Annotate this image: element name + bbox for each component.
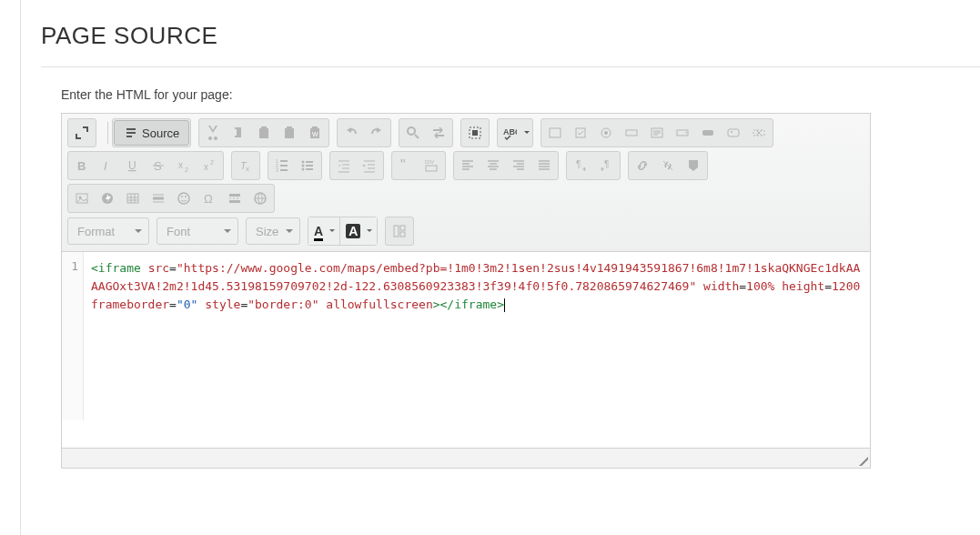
spellcheck-button[interactable]: ABC [499, 120, 531, 146]
bgcolor-button[interactable]: A [339, 217, 377, 245]
copy-button[interactable] [226, 120, 251, 146]
toolbar-group-find [399, 118, 453, 147]
toolbar-group-clipboard: W [198, 118, 329, 147]
svg-rect-46 [394, 226, 399, 237]
format-dropdown[interactable]: Format [67, 217, 149, 245]
radio-button[interactable] [593, 120, 619, 146]
flash-button[interactable] [95, 186, 120, 211]
pagebreak-button[interactable] [222, 186, 248, 211]
strike-button[interactable]: S [146, 153, 171, 178]
svg-text:x: x [246, 165, 249, 173]
outdent-button[interactable] [331, 153, 357, 178]
replace-button[interactable] [426, 120, 451, 146]
creatediv-button[interactable]: DIV [419, 153, 444, 178]
resize-handle-icon[interactable] [859, 457, 868, 466]
justifyblock-button[interactable] [531, 153, 557, 178]
textfield-button[interactable] [619, 120, 644, 146]
anchor-button[interactable] [681, 153, 706, 178]
textcolor-button[interactable]: A [308, 217, 339, 245]
bidirtl-button[interactable]: ¶ [593, 153, 619, 178]
specialchar-button[interactable]: Ω [197, 186, 222, 211]
left-divider [20, 0, 21, 496]
horizontalrule-button[interactable] [146, 186, 171, 211]
svg-rect-5 [550, 128, 561, 137]
toolbar-group-showblocks [385, 217, 414, 246]
toolbar-group-indent [329, 151, 384, 180]
page-title: PAGE SOURCE [41, 0, 980, 66]
link-button[interactable] [630, 153, 655, 178]
page-source-panel: Enter the HTML for your page: Source [41, 66, 980, 469]
numberedlist-button[interactable]: 123 [269, 153, 295, 178]
maximize-button[interactable] [69, 120, 95, 146]
table-button[interactable] [120, 186, 146, 211]
cut-button[interactable] [200, 120, 226, 146]
svg-rect-3 [472, 130, 478, 136]
svg-rect-34 [426, 166, 437, 171]
smiley-button[interactable] [171, 186, 197, 211]
redo-button[interactable] [364, 120, 389, 146]
find-button[interactable] [400, 120, 426, 146]
bulletedlist-button[interactable] [295, 153, 320, 178]
svg-point-43 [185, 196, 187, 197]
svg-text:DIV: DIV [425, 159, 434, 165]
svg-point-42 [181, 196, 183, 197]
svg-text:I: I [104, 159, 107, 173]
blockquote-button[interactable]: " [393, 153, 419, 178]
source-code-area[interactable]: 1 <iframe src="https://www.google.com/ma… [62, 252, 870, 420]
source-button[interactable]: Source [114, 120, 189, 146]
editor-blank-area [62, 420, 870, 448]
toolbar-group-basicstyles: B I U S x2 x2 [67, 151, 224, 180]
image-button[interactable] [69, 186, 95, 211]
iframe-button[interactable] [248, 186, 273, 211]
select-all-button[interactable] [462, 120, 488, 146]
svg-text:B: B [77, 159, 86, 173]
field-label: Enter the HTML for your page: [61, 87, 980, 102]
justifycenter-button[interactable] [480, 153, 506, 178]
svg-point-14 [731, 131, 732, 133]
toolbar-row-2: B I U S x2 x2 Tx 123 [67, 151, 864, 180]
indent-button[interactable] [357, 153, 382, 178]
removeformat-button[interactable]: Tx [233, 153, 258, 178]
text-cursor [504, 298, 505, 312]
font-dropdown[interactable]: Font [157, 217, 238, 245]
paste-text-button[interactable] [277, 120, 302, 146]
undo-button[interactable] [338, 120, 364, 146]
hiddenfield-button[interactable] [746, 120, 772, 146]
toolbar-row-3: Ω [67, 184, 864, 213]
toolbar-group-forms [541, 118, 773, 147]
underline-button[interactable]: U [120, 153, 146, 178]
justifyleft-button[interactable] [455, 153, 480, 178]
toolbar-group-blocks: " DIV [391, 151, 446, 180]
svg-text:x: x [178, 160, 183, 170]
justifyright-button[interactable] [506, 153, 531, 178]
button-button[interactable] [695, 120, 721, 146]
bold-button[interactable]: B [69, 153, 95, 178]
select-button[interactable] [670, 120, 695, 146]
paste-word-button[interactable]: W [302, 120, 328, 146]
source-code-content[interactable]: <iframe src="https://www.google.com/maps… [84, 252, 870, 420]
svg-text:2: 2 [185, 167, 188, 173]
textarea-button[interactable] [644, 120, 670, 146]
svg-rect-48 [400, 232, 405, 237]
svg-rect-9 [626, 130, 637, 136]
toolbar-group-align [453, 151, 559, 180]
unlink-button[interactable] [655, 153, 681, 178]
superscript-button[interactable]: x2 [197, 153, 222, 178]
svg-text:x: x [204, 162, 208, 172]
svg-rect-47 [400, 226, 405, 230]
form-button[interactable] [542, 120, 568, 146]
size-dropdown[interactable]: Size [246, 217, 300, 245]
line-gutter: 1 [62, 252, 84, 420]
checkbox-button[interactable] [568, 120, 593, 146]
svg-rect-13 [728, 129, 739, 136]
toolbar-separator [107, 122, 108, 144]
subscript-button[interactable]: x2 [171, 153, 197, 178]
showblocks-button[interactable] [387, 218, 412, 244]
italic-button[interactable]: I [95, 153, 120, 178]
toolbar-group-spellcheck: ABC [497, 118, 533, 147]
bidiltr-button[interactable]: ¶ [568, 153, 593, 178]
toolbar-group-colors: A A [308, 217, 378, 246]
paste-button[interactable] [251, 120, 277, 146]
svg-point-31 [301, 168, 304, 171]
imagebutton-button[interactable] [721, 120, 746, 146]
